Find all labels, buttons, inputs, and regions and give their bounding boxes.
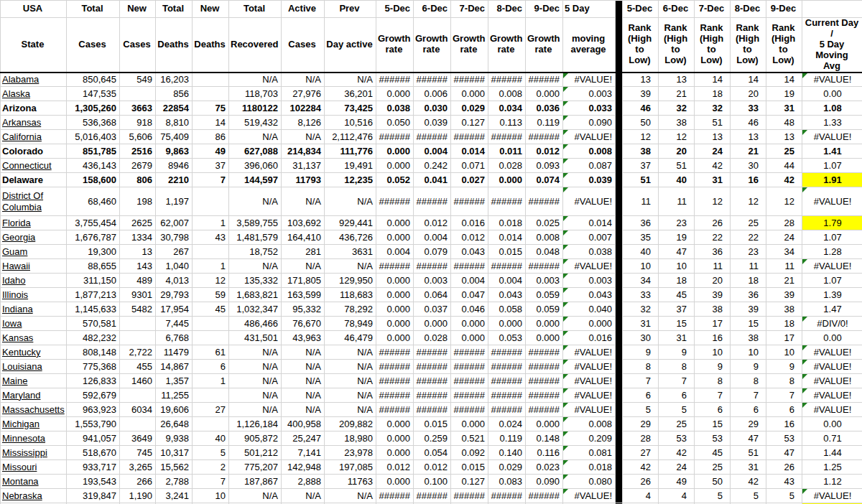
- cell-current-vs-avg[interactable]: #VALUE!: [802, 374, 862, 388]
- cell-rank-5dec[interactable]: 42: [623, 460, 659, 475]
- cell-rank-5dec[interactable]: 29: [623, 417, 659, 431]
- column-header-moving-average[interactable]: 5 Day: [563, 1, 616, 18]
- cell-prev-day-active[interactable]: N/A: [325, 489, 376, 503]
- cell-new-deaths[interactable]: [193, 73, 229, 87]
- cell-growth-8dec[interactable]: 0.113: [488, 116, 526, 130]
- cell-rank-7dec[interactable]: 36: [695, 245, 731, 259]
- cell-rank-9dec[interactable]: 42: [766, 173, 802, 187]
- cell-new-deaths[interactable]: [193, 388, 229, 403]
- cell-total-cases[interactable]: 1,305,260: [67, 101, 120, 116]
- cell-new-cases[interactable]: 3649: [120, 431, 156, 446]
- cell-rank-9dec[interactable]: 11: [766, 259, 802, 274]
- cell-growth-6dec[interactable]: 0.039: [414, 116, 451, 130]
- cell-moving-average[interactable]: #VALUE!: [563, 187, 616, 216]
- cell-moving-average[interactable]: #VALUE!: [563, 403, 616, 417]
- cell-total-recovered[interactable]: 501,212: [229, 446, 282, 460]
- cell-rank-5dec[interactable]: 27: [623, 446, 659, 460]
- cell-growth-5dec[interactable]: 0.050: [376, 116, 414, 130]
- cell-active-cases[interactable]: N/A: [282, 388, 325, 403]
- cell-rank-9dec[interactable]: 16: [766, 417, 802, 431]
- cell-growth-9dec[interactable]: ######: [526, 360, 563, 374]
- cell-new-deaths[interactable]: 49: [193, 144, 229, 159]
- cell-rank-9dec[interactable]: 8: [766, 374, 802, 388]
- cell-rank-8dec[interactable]: 13: [731, 130, 766, 144]
- cell-growth-6dec[interactable]: ######: [414, 388, 451, 403]
- cell-active-cases[interactable]: N/A: [282, 489, 325, 503]
- cell-new-cases[interactable]: 489: [120, 274, 156, 288]
- cell-state[interactable]: Iowa: [1, 317, 67, 331]
- cell-state[interactable]: Guam: [1, 245, 67, 259]
- cell-current-vs-avg[interactable]: 1.39: [802, 288, 862, 302]
- cell-total-recovered[interactable]: 431,501: [229, 331, 282, 345]
- cell-growth-5dec[interactable]: ######: [376, 489, 414, 503]
- cell-total-recovered[interactable]: 1180122: [229, 101, 282, 116]
- cell-rank-7dec[interactable]: 18: [695, 87, 731, 101]
- cell-rank-8dec[interactable]: 42: [731, 475, 766, 489]
- cell-total-cases[interactable]: 1,676,787: [67, 230, 120, 245]
- column-header-growth-7dec[interactable]: 7-Dec: [451, 1, 488, 18]
- column-header-new-deaths[interactable]: Deaths: [193, 18, 229, 73]
- cell-prev-day-active[interactable]: N/A: [325, 73, 376, 87]
- cell-growth-5dec[interactable]: 0.000: [376, 446, 414, 460]
- cell-rank-6dec[interactable]: 42: [659, 446, 695, 460]
- cell-rank-6dec[interactable]: 20: [659, 144, 695, 159]
- cell-rank-9dec[interactable]: 14: [766, 73, 802, 87]
- cell-growth-8dec[interactable]: ######: [488, 374, 526, 388]
- column-header-total-recovered[interactable]: Total: [229, 1, 282, 18]
- cell-growth-5dec[interactable]: 0.000: [376, 302, 414, 317]
- cell-new-deaths[interactable]: 1: [193, 259, 229, 274]
- cell-growth-6dec[interactable]: ######: [414, 403, 451, 417]
- cell-total-deaths[interactable]: 26,648: [156, 417, 193, 431]
- cell-total-deaths[interactable]: 3,241: [156, 489, 193, 503]
- cell-new-cases[interactable]: 198: [120, 187, 156, 216]
- cell-rank-9dec[interactable]: 12: [766, 187, 802, 216]
- cell-total-deaths[interactable]: 29,793: [156, 288, 193, 302]
- column-header-rank-8dec[interactable]: 8-Dec: [731, 1, 766, 18]
- cell-total-cases[interactable]: 775,368: [67, 360, 120, 374]
- cell-total-deaths[interactable]: 9,938: [156, 431, 193, 446]
- cell-total-deaths[interactable]: 11479: [156, 345, 193, 360]
- cell-rank-6dec[interactable]: 47: [659, 245, 695, 259]
- cell-total-recovered[interactable]: N/A: [229, 73, 282, 87]
- cell-rank-5dec[interactable]: 8: [623, 360, 659, 374]
- cell-rank-5dec[interactable]: 50: [623, 116, 659, 130]
- cell-growth-7dec[interactable]: 0.027: [451, 173, 488, 187]
- cell-growth-9dec[interactable]: 0.000: [526, 331, 563, 345]
- cell-rank-5dec[interactable]: 5: [623, 403, 659, 417]
- cell-growth-7dec[interactable]: ######: [451, 345, 488, 360]
- cell-growth-5dec[interactable]: 0.000: [376, 431, 414, 446]
- cell-rank-8dec[interactable]: 39: [731, 302, 766, 317]
- cell-new-deaths[interactable]: 7: [193, 475, 229, 489]
- cell-growth-7dec[interactable]: ######: [451, 73, 488, 87]
- cell-total-recovered[interactable]: N/A: [229, 374, 282, 388]
- column-header-growth-6dec[interactable]: Growth rate: [414, 18, 451, 73]
- cell-growth-6dec[interactable]: 0.064: [414, 288, 451, 302]
- column-header-total-cases[interactable]: Cases: [67, 18, 120, 73]
- cell-growth-5dec[interactable]: 0.000: [376, 87, 414, 101]
- cell-total-cases[interactable]: 536,368: [67, 116, 120, 130]
- cell-total-cases[interactable]: 1,553,790: [67, 417, 120, 431]
- cell-growth-8dec[interactable]: ######: [488, 130, 526, 144]
- cell-rank-8dec[interactable]: 20: [731, 87, 766, 101]
- cell-active-cases[interactable]: N/A: [282, 73, 325, 87]
- cell-new-cases[interactable]: 5482: [120, 302, 156, 317]
- cell-rank-5dec[interactable]: 4: [623, 489, 659, 503]
- cell-rank-9dec[interactable]: 44: [766, 159, 802, 173]
- cell-active-cases[interactable]: 400,958: [282, 417, 325, 431]
- cell-new-cases[interactable]: 143: [120, 259, 156, 274]
- cell-total-recovered[interactable]: 1,481,579: [229, 230, 282, 245]
- cell-rank-7dec[interactable]: 20: [695, 274, 731, 288]
- cell-current-vs-avg[interactable]: 1.07: [802, 274, 862, 288]
- cell-active-cases[interactable]: 142,948: [282, 460, 325, 475]
- cell-prev-day-active[interactable]: N/A: [325, 403, 376, 417]
- cell-growth-6dec[interactable]: 0.003: [414, 274, 451, 288]
- cell-active-cases[interactable]: 281: [282, 245, 325, 259]
- cell-growth-6dec[interactable]: 0.037: [414, 302, 451, 317]
- cell-new-cases[interactable]: 1460: [120, 374, 156, 388]
- cell-rank-6dec[interactable]: 38: [659, 116, 695, 130]
- cell-active-cases[interactable]: 103,692: [282, 216, 325, 230]
- cell-moving-average[interactable]: #VALUE!: [563, 489, 616, 503]
- cell-new-cases[interactable]: 745: [120, 446, 156, 460]
- cell-total-deaths[interactable]: 75,409: [156, 130, 193, 144]
- cell-new-deaths[interactable]: 37: [193, 159, 229, 173]
